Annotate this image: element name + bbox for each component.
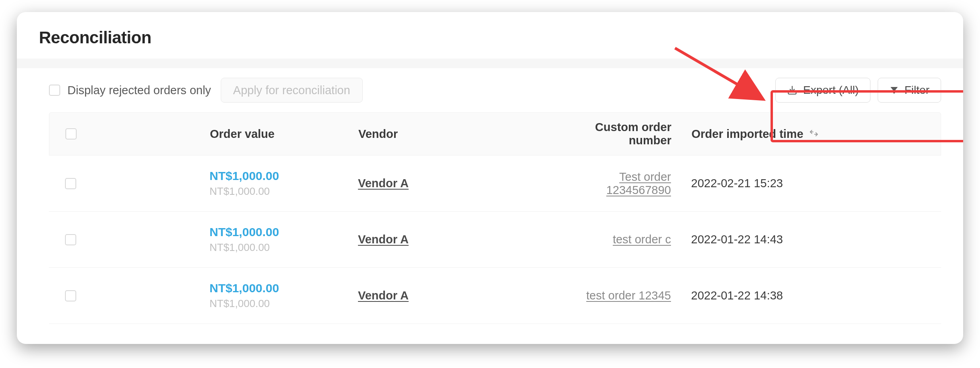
apply-reconciliation-label: Apply for reconciliation bbox=[233, 84, 350, 97]
action-button-group: Export (All) Filter bbox=[775, 78, 941, 103]
export-button[interactable]: Export (All) bbox=[775, 78, 870, 103]
custom-order-link[interactable]: test order c bbox=[613, 233, 671, 246]
sort-icon bbox=[809, 127, 819, 141]
orders-table: Order value Vendor Custom order number O… bbox=[17, 112, 963, 324]
order-value-secondary: NT$1,000.00 bbox=[209, 185, 358, 198]
col-custom-order: Custom order number bbox=[575, 121, 691, 147]
cell-imported-time: 2022-01-22 14:43 bbox=[691, 233, 925, 246]
cell-imported-time: 2022-01-22 14:38 bbox=[691, 289, 925, 302]
order-value-secondary: NT$1,000.00 bbox=[209, 241, 358, 254]
reconciliation-card: Reconciliation Display rejected orders o… bbox=[17, 12, 963, 344]
cell-order-value: NT$1,000.00 NT$1,000.00 bbox=[209, 281, 358, 310]
controls-bar: Display rejected orders only Apply for r… bbox=[17, 68, 963, 112]
export-button-label: Export (All) bbox=[803, 84, 858, 97]
cell-imported-time: 2022-02-21 15:23 bbox=[691, 177, 925, 190]
custom-order-link[interactable]: Test order 1234567890 bbox=[606, 170, 671, 196]
order-value-primary: NT$1,000.00 bbox=[209, 225, 358, 239]
cell-order-value: NT$1,000.00 NT$1,000.00 bbox=[209, 225, 358, 254]
col-imported-time-label: Order imported time bbox=[691, 127, 803, 141]
vendor-link[interactable]: Vendor A bbox=[358, 233, 409, 246]
rejected-only-label: Display rejected orders only bbox=[67, 84, 211, 97]
vendor-link[interactable]: Vendor A bbox=[358, 177, 409, 190]
custom-order-link[interactable]: test order 12345 bbox=[586, 289, 671, 302]
col-order-value: Order value bbox=[210, 127, 358, 141]
table-row: NT$1,000.00 NT$1,000.00 Vendor A Test or… bbox=[49, 156, 941, 212]
svg-marker-1 bbox=[891, 87, 898, 93]
page-title: Reconciliation bbox=[39, 28, 941, 47]
cell-order-value: NT$1,000.00 NT$1,000.00 bbox=[209, 169, 358, 198]
table-header: Order value Vendor Custom order number O… bbox=[49, 112, 941, 156]
table-row: NT$1,000.00 NT$1,000.00 Vendor A test or… bbox=[49, 212, 941, 268]
filter-icon bbox=[889, 85, 899, 95]
row-checkbox[interactable] bbox=[65, 178, 76, 189]
apply-reconciliation-button: Apply for reconciliation bbox=[221, 78, 363, 103]
col-imported-time[interactable]: Order imported time bbox=[691, 127, 925, 141]
download-icon bbox=[787, 85, 797, 95]
row-checkbox[interactable] bbox=[65, 290, 76, 301]
table-row: NT$1,000.00 NT$1,000.00 Vendor A test or… bbox=[49, 268, 941, 324]
filter-button[interactable]: Filter bbox=[878, 78, 941, 103]
section-divider bbox=[17, 59, 963, 68]
order-value-primary: NT$1,000.00 bbox=[209, 169, 358, 183]
order-value-secondary: NT$1,000.00 bbox=[209, 297, 358, 310]
vendor-link[interactable]: Vendor A bbox=[358, 289, 409, 302]
filter-button-label: Filter bbox=[905, 84, 929, 97]
col-vendor: Vendor bbox=[358, 127, 575, 141]
row-checkbox[interactable] bbox=[65, 234, 76, 245]
order-value-primary: NT$1,000.00 bbox=[209, 281, 358, 295]
select-all-checkbox[interactable] bbox=[65, 128, 77, 140]
rejected-only-checkbox[interactable] bbox=[49, 85, 60, 96]
